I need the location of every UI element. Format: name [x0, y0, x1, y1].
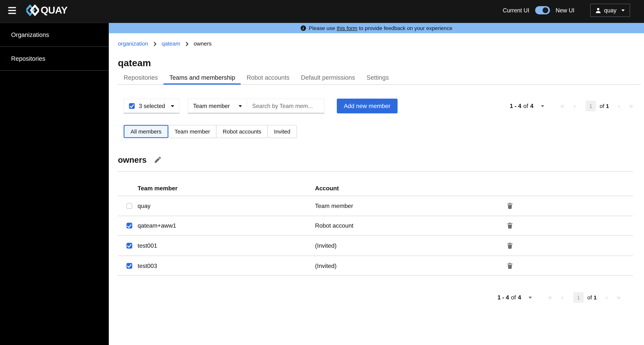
main-content: i Please use this form to provide feedba… — [109, 23, 644, 345]
user-icon — [596, 8, 601, 13]
delete-member-button[interactable] — [507, 262, 512, 269]
user-name: quay — [604, 7, 617, 14]
breadcrumb-link-organization[interactable]: organization — [118, 41, 148, 47]
pagination-range: 1 - 4 — [498, 294, 509, 301]
trash-icon — [507, 202, 512, 209]
pagination-top: 1 - 4 of 4 « ‹ 1 of1 › » — [510, 101, 633, 111]
bulk-select-label: 3 selected — [139, 103, 165, 109]
breadcrumb-current: owners — [194, 41, 212, 47]
sidebar-item-repositories[interactable]: Repositories — [0, 47, 109, 71]
tab-robot-accounts[interactable]: Robot accounts — [241, 71, 295, 84]
trash-icon — [507, 222, 512, 229]
team-heading: owners — [118, 155, 644, 165]
banner-text-before: Please use — [309, 25, 335, 31]
pagination-nav: « ‹ 1 of1 › » — [548, 292, 620, 303]
column-header-team-member: Team member — [138, 185, 315, 191]
current-page-input[interactable]: 1 — [573, 292, 584, 303]
page-of-total: of1 — [600, 103, 609, 109]
tab-bar: Repositories Teams and membership Robot … — [118, 71, 641, 85]
delete-member-button[interactable] — [507, 202, 512, 209]
member-account: Robot account — [315, 222, 507, 229]
delete-member-button[interactable] — [507, 222, 512, 229]
current-page-input[interactable]: 1 — [586, 101, 596, 111]
chevron-down-icon — [528, 297, 532, 299]
bulk-select-dropdown[interactable]: 3 selected — [124, 99, 180, 113]
of-word: of — [588, 294, 592, 301]
row-checkbox[interactable] — [126, 263, 132, 269]
team-name: owners — [118, 155, 146, 165]
pagination-total: 4 — [518, 294, 521, 301]
delete-member-button[interactable] — [507, 242, 512, 249]
search-input[interactable] — [247, 99, 324, 113]
pagination-range: 1 - 4 — [510, 103, 521, 109]
total-pages: 1 — [606, 103, 609, 109]
tab-teams-and-membership[interactable]: Teams and membership — [164, 71, 241, 84]
filter-team-member[interactable]: Team member — [168, 125, 216, 138]
feedback-banner: i Please use this form to provide feedba… — [109, 23, 644, 33]
previous-page-button[interactable]: ‹ — [574, 102, 576, 110]
sidebar-item-organizations[interactable]: Organizations — [0, 23, 109, 47]
previous-page-button[interactable]: ‹ — [561, 294, 564, 301]
pagination-total: 4 — [530, 103, 534, 109]
edit-team-name-button[interactable] — [154, 157, 161, 164]
masthead: QUAY Current UI New UI quay — [0, 0, 644, 23]
filter-robot-accounts[interactable]: Robot accounts — [216, 125, 268, 138]
toolbar: 3 selected Team member Add new member 1 … — [124, 99, 633, 113]
row-checkbox[interactable] — [126, 223, 132, 229]
pagination-summary[interactable]: 1 - 4 of 4 — [498, 294, 532, 301]
info-icon: i — [300, 26, 306, 31]
chevron-down-icon — [541, 105, 544, 107]
pencil-icon — [154, 157, 161, 164]
tab-settings[interactable]: Settings — [361, 71, 394, 84]
trash-icon — [507, 262, 512, 269]
quay-app: QUAY Current UI New UI quay Organization… — [0, 0, 644, 345]
user-menu[interactable]: quay — [590, 4, 630, 17]
pagination-of-word: of — [523, 103, 528, 109]
quay-logo-icon — [26, 5, 39, 16]
bulk-select-checkbox[interactable] — [129, 103, 135, 109]
members-table: Team member Account quay Team member qat… — [118, 171, 633, 276]
pagination-bottom-row: 1 - 4 of 4 « ‹ 1 of1 › » — [118, 292, 633, 303]
pagination-of-word: of — [511, 294, 516, 301]
first-page-button[interactable]: « — [548, 294, 552, 301]
tab-repositories[interactable]: Repositories — [118, 71, 164, 84]
search-attribute-label: Team member — [193, 103, 230, 109]
column-header-account: Account — [315, 185, 507, 191]
next-page-button[interactable]: › — [618, 102, 620, 110]
member-account: (Invited) — [315, 262, 507, 269]
chevron-down-icon — [621, 9, 625, 11]
breadcrumb: organization qateam owners — [118, 41, 644, 47]
first-page-button[interactable]: « — [560, 102, 564, 110]
total-pages: 1 — [594, 294, 596, 301]
filter-invited[interactable]: Invited — [268, 125, 297, 138]
member-name: test001 — [138, 242, 315, 249]
last-page-button[interactable]: » — [617, 294, 621, 301]
breadcrumb-link-qateam[interactable]: qateam — [162, 41, 180, 47]
next-page-button[interactable]: › — [606, 294, 608, 301]
toggle-knob — [542, 7, 548, 13]
quay-logo: QUAY — [26, 5, 67, 16]
search-attribute-dropdown[interactable]: Team member — [188, 99, 247, 113]
feedback-form-link[interactable]: this form — [337, 25, 357, 31]
page-title: qateam — [118, 58, 644, 69]
member-name: qateam+aww1 — [138, 222, 315, 229]
pagination-summary[interactable]: 1 - 4 of 4 — [510, 103, 544, 109]
filter-all-members[interactable]: All members — [124, 125, 168, 138]
menu-icon[interactable] — [8, 7, 16, 14]
last-page-button[interactable]: » — [629, 102, 633, 110]
ui-version-toggle[interactable] — [535, 6, 550, 15]
table-row: quay Team member — [118, 196, 633, 216]
brand-name: QUAY — [41, 5, 68, 16]
current-ui-label: Current UI — [503, 7, 530, 14]
table-header-row: Team member Account — [118, 172, 633, 196]
page: organization qateam owners qateam Reposi… — [109, 33, 644, 303]
tab-default-permissions[interactable]: Default permissions — [295, 71, 361, 84]
banner-text-after: to provide feedback on your experience — [359, 25, 452, 31]
of-word: of — [600, 103, 604, 109]
row-checkbox[interactable] — [126, 203, 132, 209]
member-name: test003 — [138, 262, 315, 269]
member-name: quay — [138, 202, 315, 209]
add-new-member-button[interactable]: Add new member — [337, 99, 398, 113]
row-checkbox[interactable] — [126, 243, 132, 249]
new-ui-label: New UI — [556, 7, 574, 14]
